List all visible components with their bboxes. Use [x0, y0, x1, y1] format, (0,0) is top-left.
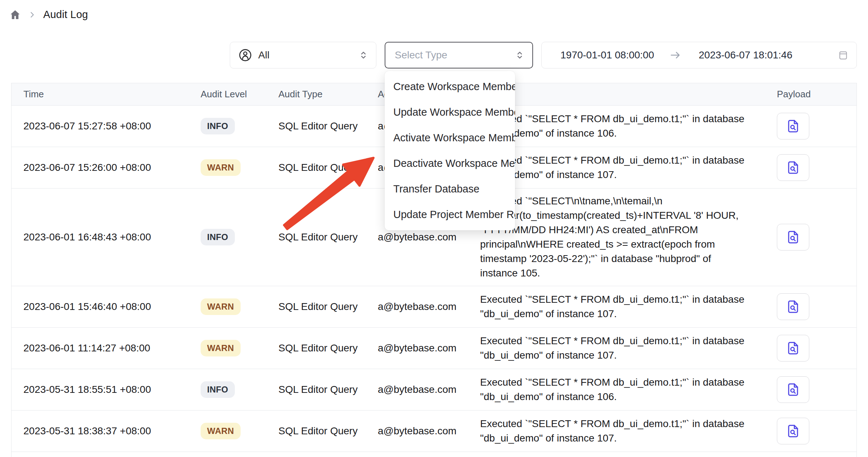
table-row: 2023-05-31 18:38:37 +08:00 WARN SQL Edit… [12, 411, 856, 452]
cell-actor: a@bytebase.com [376, 231, 475, 243]
cell-time: 2023-06-01 11:14:27 +08:00 [12, 342, 195, 354]
audit-level-badge: INFO [201, 118, 235, 134]
cell-audit-level: WARN [195, 423, 275, 439]
column-header-payload: Payload [774, 89, 856, 100]
cell-payload [774, 154, 856, 181]
chevron-right-icon [28, 11, 36, 19]
audit-level-badge: WARN [201, 159, 241, 176]
dropdown-option[interactable]: Transfer Database [385, 176, 515, 202]
view-payload-button[interactable] [777, 293, 809, 320]
file-search-icon [786, 119, 801, 134]
file-search-icon [786, 423, 801, 439]
cell-actor: a@bytebase.com [376, 301, 475, 312]
table-row: 2023-05-31 18:55:51 +08:00 INFO SQL Edit… [12, 369, 856, 411]
cell-audit-type: SQL Editor Query [275, 425, 376, 437]
cell-comment: Executed `"SELECT\n\tname,\n\temail,\n \… [475, 194, 774, 280]
dropdown-option[interactable]: Create Workspace Member [385, 74, 515, 99]
table-row: 2023-06-01 15:46:40 +08:00 WARN SQL Edit… [12, 286, 856, 328]
cell-comment: Executed `"SELECT * FROM db_ui_demo.t1;"… [475, 292, 774, 321]
cell-audit-type: SQL Editor Query [275, 384, 376, 395]
cell-audit-level: INFO [195, 381, 275, 398]
date-range-end[interactable]: 2023-06-07 18:01:46 [699, 49, 792, 61]
view-payload-button[interactable] [777, 224, 809, 250]
dropdown-option[interactable]: Activate Workspace Member [385, 125, 515, 151]
cell-actor: a@bytebase.com [376, 425, 475, 437]
cell-actor: a@bytebase.com [376, 384, 475, 395]
breadcrumb: Audit Log [9, 9, 88, 21]
view-payload-button[interactable] [777, 154, 809, 181]
date-range-start[interactable]: 1970-01-01 08:00:00 [560, 49, 654, 61]
cell-time: 2023-06-07 15:27:58 +08:00 [12, 120, 195, 132]
column-header-level: Audit Level [195, 89, 275, 100]
cell-audit-type: SQL Editor Query [275, 301, 376, 312]
cell-time: 2023-05-31 18:55:51 +08:00 [12, 384, 195, 395]
cell-payload [774, 224, 856, 250]
type-filter-placeholder: Select Type [395, 49, 514, 61]
person-circle-icon [238, 48, 252, 62]
type-select-dropdown: Create Workspace Member Update Workspace… [385, 71, 515, 230]
cell-audit-level: INFO [195, 118, 275, 134]
cell-audit-level: WARN [195, 298, 275, 315]
actor-filter-value: All [258, 49, 358, 61]
cell-audit-level: INFO [195, 229, 275, 245]
cell-audit-level: WARN [195, 159, 275, 176]
table-row: 2023-06-01 11:14:27 +08:00 WARN SQL Edit… [12, 328, 856, 369]
audit-level-badge: WARN [201, 340, 241, 356]
dropdown-option[interactable]: Update Workspace Member [385, 99, 515, 125]
actor-filter-select[interactable]: All [230, 42, 376, 68]
dropdown-option[interactable]: Deactivate Workspace Member [385, 151, 515, 176]
cell-audit-type: SQL Editor Query [275, 231, 376, 243]
view-payload-button[interactable] [777, 418, 809, 444]
cell-audit-level: WARN [195, 340, 275, 356]
view-payload-button[interactable] [777, 335, 809, 361]
audit-level-badge: INFO [201, 381, 235, 398]
file-search-icon [786, 341, 801, 356]
view-payload-button[interactable] [777, 376, 809, 403]
cell-time: 2023-06-07 15:26:00 +08:00 [12, 162, 195, 173]
file-search-icon [786, 230, 801, 245]
cell-payload [774, 335, 856, 361]
updown-chevrons-icon [358, 50, 369, 61]
cell-comment: Executed `"SELECT * FROM db_ui_demo.t1;"… [475, 153, 774, 182]
cell-comment: Executed `"SELECT * FROM db_ui_demo.t1;"… [475, 417, 774, 445]
cell-comment: Executed `"SELECT * FROM db_ui_demo.t1;"… [475, 334, 774, 363]
cell-payload [774, 293, 856, 320]
cell-time: 2023-06-01 15:46:40 +08:00 [12, 301, 195, 312]
cell-audit-type: SQL Editor Query [275, 120, 376, 132]
cell-actor: a@bytebase.com [376, 342, 475, 354]
dropdown-option[interactable]: Update Project Member Role [385, 202, 515, 227]
updown-chevrons-icon [514, 50, 525, 61]
audit-level-badge: INFO [201, 229, 235, 245]
column-header-time: Time [12, 89, 195, 100]
cell-comment: Executed `"SELECT * FROM db_ui_demo.t1;"… [475, 112, 774, 141]
cell-time: 2023-06-01 16:48:43 +08:00 [12, 231, 195, 243]
calendar-icon [838, 50, 849, 61]
column-header-type: Audit Type [275, 89, 376, 100]
cell-audit-type: SQL Editor Query [275, 342, 376, 354]
cell-time: 2023-05-31 18:38:37 +08:00 [12, 425, 195, 437]
cell-comment: Executed `"SELECT * FROM db_ui_demo.t1;"… [475, 375, 774, 404]
view-payload-button[interactable] [777, 113, 809, 139]
audit-level-badge: WARN [201, 298, 241, 315]
date-range-picker[interactable]: 1970-01-01 08:00:00 2023-06-07 18:01:46 [541, 42, 857, 68]
cell-payload [774, 113, 856, 139]
file-search-icon [786, 160, 801, 175]
cell-payload [774, 376, 856, 403]
file-search-icon [786, 299, 801, 314]
cell-payload [774, 418, 856, 444]
home-icon[interactable] [9, 9, 21, 21]
page-title: Audit Log [43, 9, 88, 21]
filter-bar: All Select Type 1970-01-01 08:00:00 2023… [230, 42, 857, 68]
type-filter-select[interactable]: Select Type [385, 42, 533, 68]
audit-level-badge: WARN [201, 423, 241, 439]
file-search-icon [786, 382, 801, 397]
arrow-right-icon [669, 49, 681, 61]
cell-audit-type: SQL Editor Query [275, 162, 376, 173]
